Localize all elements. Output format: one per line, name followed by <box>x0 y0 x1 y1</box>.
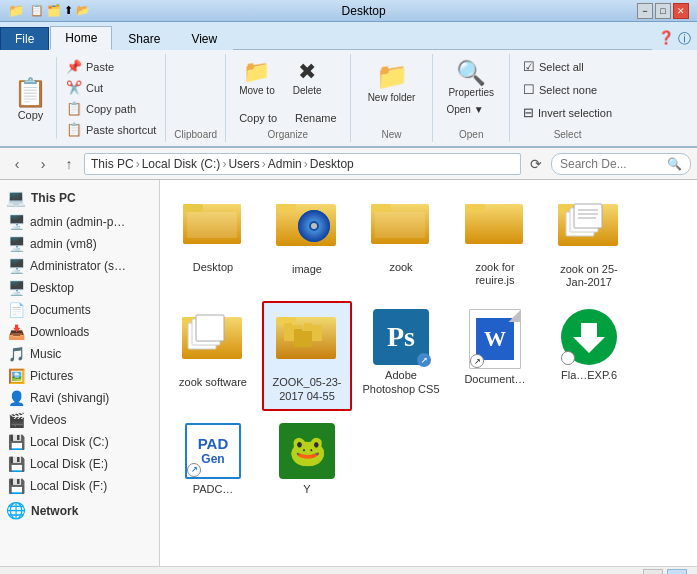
window-controls: − □ ✕ <box>637 3 689 19</box>
downloads-icon: 📥 <box>8 324 25 340</box>
svg-rect-27 <box>196 315 224 341</box>
copy-path-icon: 📋 <box>66 101 82 116</box>
svg-rect-31 <box>284 323 292 327</box>
sidebar-item-documents[interactable]: 📄 Documents <box>0 299 159 321</box>
select-none-button[interactable]: ☐ Select none <box>518 79 617 100</box>
copy-to-button[interactable]: Copy to <box>232 109 284 127</box>
file-item-zook[interactable]: zook <box>356 188 446 297</box>
document-label: Document… <box>464 373 525 386</box>
new-folder-icon: 📁 <box>376 61 408 92</box>
sidebar-thispc-header[interactable]: 💻 This PC <box>0 184 159 211</box>
svg-rect-34 <box>294 331 312 347</box>
tab-view[interactable]: View <box>176 27 232 50</box>
sidebar-network-header[interactable]: 🌐 Network <box>0 497 159 524</box>
zook-require-label: zook for reuire.js <box>456 261 534 287</box>
paste-shortcut-icon: 📋 <box>66 122 82 137</box>
search-icon: 🔍 <box>667 157 682 171</box>
view-icon-btn[interactable]: ⊞ <box>643 569 663 575</box>
pad-gen-label: PADC… <box>193 483 234 496</box>
sidebar-item-local-f[interactable]: 💾 Local Disk (F:) <box>0 475 159 497</box>
sidebar-item-admin-vm8[interactable]: 🖥️ admin (vm8) <box>0 233 159 255</box>
desktop-folder-icon <box>183 196 243 257</box>
new-folder-button[interactable]: 📁 New folder <box>359 56 425 108</box>
svg-rect-3 <box>187 212 237 238</box>
ribbon-tabs: File Home Share View ❓ ⓘ <box>0 22 697 50</box>
properties-button[interactable]: 🔍 Properties <box>441 56 501 101</box>
copy-path-button[interactable]: 📋 Copy path <box>61 98 161 119</box>
sidebar-item-videos[interactable]: 🎬 Videos <box>0 409 159 431</box>
pad-gen-icon: PAD Gen ↗ <box>185 423 241 479</box>
svg-rect-35 <box>294 329 302 333</box>
local-c-icon: 💾 <box>8 434 25 450</box>
sidebar-item-local-c[interactable]: 💾 Local Disk (C:) <box>0 431 159 453</box>
breadcrumb-localdisk: Local Disk (C:) <box>142 157 221 171</box>
breadcrumb-desktop: Desktop <box>310 157 354 171</box>
close-button[interactable]: ✕ <box>673 3 689 19</box>
paste-icon: 📌 <box>66 59 82 74</box>
delete-button[interactable]: ✖ Delete <box>286 56 329 109</box>
paste-button[interactable]: 📌 Paste <box>61 56 161 77</box>
file-item-desktop[interactable]: Desktop <box>168 188 258 297</box>
file-item-flash-exp[interactable]: ↗ Fla…EXP.6 <box>544 301 634 410</box>
sidebar-item-admin-p[interactable]: 🖥️ admin (admin-p… <box>0 211 159 233</box>
sidebar-item-local-e[interactable]: 💾 Local Disk (E:) <box>0 453 159 475</box>
local-f-icon: 💾 <box>8 478 25 494</box>
ravi-icon: 👤 <box>8 390 25 406</box>
zook-jan-label: zook on 25-Jan-2017 <box>550 263 628 289</box>
image-folder-label: image <box>292 263 322 276</box>
invert-selection-button[interactable]: ⊟ Invert selection <box>518 102 617 123</box>
thispc-icon: 💻 <box>6 188 26 207</box>
sidebar-item-pictures[interactable]: 🖼️ Pictures <box>0 365 159 387</box>
svg-rect-2 <box>183 204 203 212</box>
tab-file[interactable]: File <box>0 27 49 50</box>
file-item-zook-require[interactable]: zook for reuire.js <box>450 188 540 297</box>
file-item-zook-software[interactable]: zook software <box>168 301 258 410</box>
search-box[interactable]: 🔍 <box>551 153 691 175</box>
file-item-creature[interactable]: 🐸 Y <box>262 415 352 504</box>
back-button[interactable]: ‹ <box>6 153 28 175</box>
rename-button[interactable]: Rename <box>288 109 344 127</box>
select-all-button[interactable]: ☑ Select all <box>518 56 617 77</box>
file-item-document[interactable]: W ↗ Document… <box>450 301 540 410</box>
zook-software-label: zook software <box>179 376 247 389</box>
file-item-image[interactable]: image <box>262 188 352 297</box>
properties-icon: 🔍 <box>456 59 486 87</box>
help-icon[interactable]: ❓ <box>658 30 674 48</box>
view-list-btn[interactable]: ≡ <box>667 569 687 575</box>
file-item-zook-jan[interactable]: zook on 25-Jan-2017 <box>544 188 634 297</box>
sidebar: 💻 This PC 🖥️ admin (admin-p… 🖥️ admin (v… <box>0 180 160 566</box>
sidebar-item-music[interactable]: 🎵 Music <box>0 343 159 365</box>
new-group: 📁 New folder New <box>351 54 434 142</box>
up-button[interactable]: ↑ <box>58 153 80 175</box>
cut-button[interactable]: ✂️ Cut <box>61 77 161 98</box>
sidebar-item-downloads[interactable]: 📥 Downloads <box>0 321 159 343</box>
svg-rect-12 <box>375 212 425 238</box>
move-to-button[interactable]: 📁 Move to <box>232 56 282 109</box>
forward-button[interactable]: › <box>32 153 54 175</box>
sidebar-item-administrator[interactable]: 🖥️ Administrator (s… <box>0 255 159 277</box>
admin-p-icon: 🖥️ <box>8 214 25 230</box>
file-item-zook-selected[interactable]: ZOOK_05-23-2017 04-55 <box>262 301 352 410</box>
desktop-icon: 🖥️ <box>8 280 25 296</box>
adobe-ps-label: Adobe Photoshop CS5 <box>362 369 440 395</box>
info-icon[interactable]: ⓘ <box>678 30 691 48</box>
address-path[interactable]: This PC › Local Disk (C:) › Users › Admi… <box>84 153 521 175</box>
tab-home[interactable]: Home <box>50 26 112 50</box>
sidebar-item-desktop[interactable]: 🖥️ Desktop <box>0 277 159 299</box>
file-item-pad-gen[interactable]: PAD Gen ↗ PADC… <box>168 415 258 504</box>
open-with-button[interactable]: Open ▼ <box>441 101 501 118</box>
zook-folder-label: zook <box>389 261 412 274</box>
sidebar-item-ravi[interactable]: 👤 Ravi (shivangi) <box>0 387 159 409</box>
maximize-button[interactable]: □ <box>655 3 671 19</box>
zook-selected-label: ZOOK_05-23-2017 04-55 <box>268 376 346 402</box>
minimize-button[interactable]: − <box>637 3 653 19</box>
file-item-adobe-ps[interactable]: Ps ↗ Adobe Photoshop CS5 <box>356 301 446 410</box>
svg-rect-33 <box>304 323 312 327</box>
admin-vm8-icon: 🖥️ <box>8 236 25 252</box>
paste-shortcut-button[interactable]: 📋 Paste shortcut <box>61 119 161 140</box>
refresh-button[interactable]: ⟳ <box>525 153 547 175</box>
pictures-icon: 🖼️ <box>8 368 25 384</box>
copy-button[interactable]: 📋 Copy <box>4 56 57 140</box>
tab-share[interactable]: Share <box>113 27 175 50</box>
search-input[interactable] <box>560 157 667 171</box>
